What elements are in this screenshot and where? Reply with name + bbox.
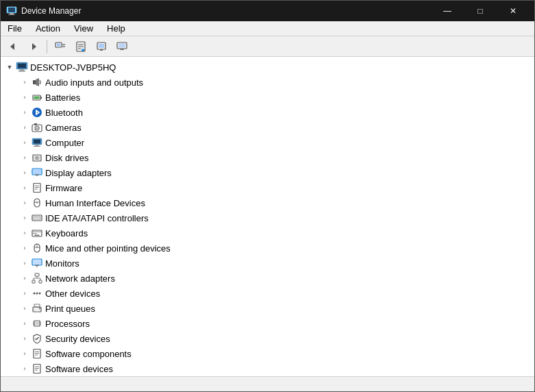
svg-rect-27 [20,69,24,71]
svg-rect-68 [34,233,35,234]
svg-rect-52 [34,184,40,193]
tree-item-firmware[interactable]: › Firmware [1,180,534,195]
print-expand-icon[interactable]: › [18,302,31,315]
root-expand-icon[interactable]: ▼ [3,61,16,73]
svg-marker-5 [32,43,36,50]
bluetooth-expand-icon[interactable]: › [18,106,31,119]
tree-item-swdev[interactable]: › Software devices [1,361,534,376]
svg-rect-7 [57,43,60,46]
monitors-expand-icon[interactable]: › [18,257,31,269]
svg-point-33 [32,108,42,117]
monitors-icon [31,257,43,269]
other-icon [31,287,43,299]
computer-expand-icon[interactable]: › [18,136,31,149]
svg-rect-104 [34,365,40,373]
print-icon [31,302,43,315]
swcomp-expand-icon[interactable]: › [18,347,31,360]
minimize-button[interactable]: — [432,1,463,21]
svg-rect-39 [34,123,37,125]
keyboards-expand-icon[interactable]: › [18,227,31,239]
svg-rect-42 [35,145,39,146]
toolbar-show-hide-button[interactable] [51,38,70,55]
tree-item-cameras[interactable]: › Cameras [1,120,534,135]
network-expand-icon[interactable]: › [18,272,31,284]
toolbar-separator-1 [47,40,47,53]
toolbar-update-button[interactable] [92,38,111,55]
tree-item-computer[interactable]: › Computer [1,135,534,150]
menu-action[interactable]: Action [29,21,67,36]
hid-expand-icon[interactable]: › [18,197,31,209]
maximize-button[interactable]: □ [464,1,496,21]
tree-item-print[interactable]: › Print queues [1,301,534,316]
disk-expand-icon[interactable]: › [18,151,31,164]
swdev-label: Software devices [45,364,113,374]
other-expand-icon[interactable]: › [18,287,31,299]
svg-rect-70 [35,235,40,236]
ide-expand-icon[interactable]: › [18,212,31,224]
display-expand-icon[interactable]: › [18,167,31,179]
svg-rect-22 [119,43,125,47]
tree-item-bluetooth[interactable]: › Bluetooth [1,105,534,120]
disk-icon [31,151,43,164]
toolbar-forward-button[interactable] [24,38,43,55]
processors-expand-icon[interactable]: › [18,317,31,330]
svg-rect-75 [33,260,41,265]
svg-rect-41 [34,140,40,144]
svg-rect-64 [34,232,35,233]
svg-rect-67 [40,232,41,233]
tree-item-security[interactable]: › Security devices [1,331,534,346]
toolbar-properties-button[interactable] [71,38,90,55]
svg-rect-69 [36,233,37,234]
cameras-expand-icon[interactable]: › [18,121,31,134]
computer-icon [31,136,43,149]
tree-item-hid[interactable]: › Human Interface Devices [1,195,534,210]
device-tree[interactable]: ▼ DESKTOP-JVBP5HQ › [1,57,534,376]
mice-expand-icon[interactable]: › [18,242,31,254]
svg-point-85 [34,293,36,295]
audio-icon [31,76,43,88]
toolbar-back-button[interactable] [3,38,23,55]
swcomp-icon [31,347,43,360]
svg-rect-29 [33,80,36,84]
swdev-expand-icon[interactable]: › [18,363,31,375]
tree-item-disk[interactable]: › Disk drives [1,150,534,165]
batteries-expand-icon[interactable]: › [18,91,31,103]
svg-rect-49 [33,169,41,174]
tree-item-ide[interactable]: › IDE ATA/ATAPI controllers [1,210,534,225]
tree-item-keyboards[interactable]: › Keyboards [1,225,534,241]
tree-item-processors[interactable]: › Processors [1,316,534,331]
tree-item-display[interactable]: › Display adapters [1,165,534,180]
display-icon [31,167,43,179]
svg-point-86 [36,293,38,295]
swdev-icon [31,363,43,375]
menu-bar: File Action View Help [1,21,534,36]
close-button[interactable]: ✕ [497,1,529,21]
menu-help[interactable]: Help [100,21,132,36]
display-label: Display adapters [45,168,112,178]
tree-item-audio[interactable]: › Audio inputs and outputs [1,75,534,90]
menu-view[interactable]: View [67,21,100,36]
tree-item-other[interactable]: › Other devices [1,286,534,301]
menu-file[interactable]: File [1,21,29,36]
tree-item-batteries[interactable]: › Batteries [1,90,534,105]
tree-root[interactable]: ▼ DESKTOP-JVBP5HQ [1,60,534,75]
toolbar-display-button[interactable] [112,38,132,55]
other-label: Other devices [45,289,100,299]
tree-item-swcomp[interactable]: › Software components [1,346,534,361]
tree-item-mice[interactable]: › Mice and other pointing devices [1,241,534,256]
audio-expand-icon[interactable]: › [18,76,31,88]
security-expand-icon[interactable]: › [18,332,31,345]
tree-item-monitors[interactable]: › Monitors [1,256,534,271]
status-bar [1,376,534,391]
ide-icon [31,212,43,224]
svg-rect-26 [18,64,26,69]
svg-rect-1 [8,8,15,12]
firmware-expand-icon[interactable]: › [18,182,31,194]
title-bar-left: Device Manager [6,5,81,16]
tree-item-network[interactable]: › Network adapters [1,271,534,286]
bluetooth-label: Bluetooth [45,108,83,118]
hid-label: Human Interface Devices [45,198,145,208]
window-title: Device Manager [21,6,81,16]
title-bar: Device Manager — □ ✕ [1,1,534,21]
svg-rect-18 [99,44,104,48]
